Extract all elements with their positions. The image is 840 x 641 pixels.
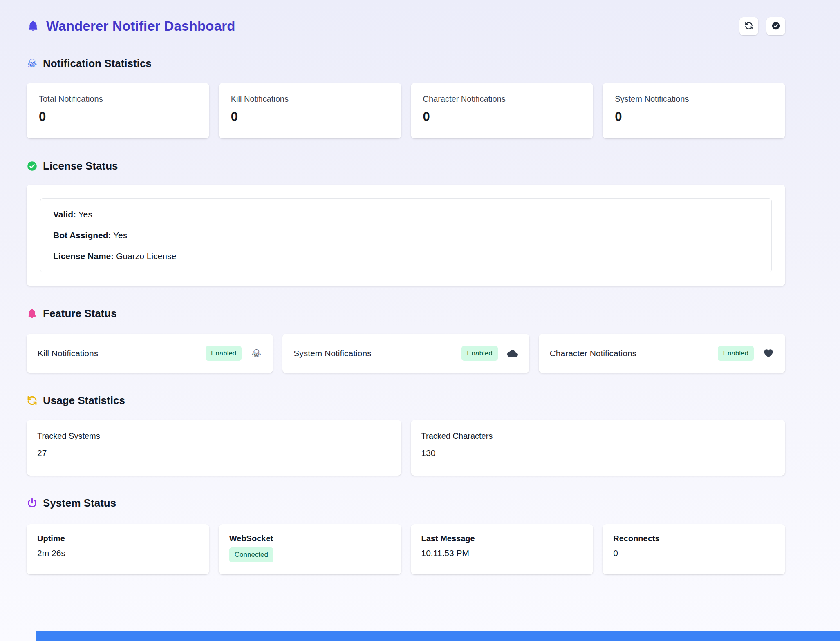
header-left: Wanderer Notifier Dashboard bbox=[27, 18, 235, 34]
sys-card-last-message: Last Message 10:11:53 PM bbox=[411, 524, 594, 574]
check-circle-green-icon bbox=[27, 161, 38, 172]
stat-card-kill-notifications: Kill Notifications 0 bbox=[219, 83, 401, 138]
page-title: Wanderer Notifier Dashboard bbox=[46, 18, 235, 34]
license-details: Valid: Yes Bot Assigned: Yes License Nam… bbox=[40, 198, 772, 272]
license-name-label: License Name: bbox=[53, 251, 114, 261]
cloud-icon bbox=[507, 348, 518, 359]
section-title: Usage Statistics bbox=[43, 394, 125, 407]
license-name-value: Guarzo License bbox=[116, 251, 176, 261]
stat-card-total-notifications: Total Notifications 0 bbox=[27, 83, 209, 138]
license-bot-line: Bot Assigned: Yes bbox=[53, 230, 759, 240]
status-badge: Enabled bbox=[718, 346, 754, 361]
section-title: Notification Statistics bbox=[43, 57, 152, 70]
stat-card-system-notifications: System Notifications 0 bbox=[603, 83, 785, 138]
usage-card-tracked-systems: Tracked Systems 27 bbox=[27, 420, 401, 476]
header-buttons bbox=[739, 17, 785, 35]
bottom-bar bbox=[36, 631, 840, 641]
sys-label: Uptime bbox=[37, 534, 199, 543]
stat-value: 0 bbox=[423, 109, 581, 124]
skull-crossbones-icon: ☠ bbox=[27, 58, 38, 69]
feature-card-system-notifications: System Notifications Enabled bbox=[282, 334, 529, 373]
section-usage-statistics: Usage Statistics bbox=[27, 394, 785, 407]
notification-stats-cards: Total Notifications 0 Kill Notifications… bbox=[27, 83, 785, 138]
section-notification-statistics: ☠ Notification Statistics bbox=[27, 57, 785, 70]
header: Wanderer Notifier Dashboard bbox=[27, 15, 785, 38]
section-title: Feature Status bbox=[43, 307, 117, 320]
sys-value: 0 bbox=[613, 548, 775, 558]
usage-label: Tracked Systems bbox=[37, 431, 391, 441]
sys-card-websocket: WebSocket Connected bbox=[219, 524, 401, 574]
check-circle-icon bbox=[771, 21, 780, 31]
stat-value: 0 bbox=[39, 109, 197, 124]
sys-label: WebSocket bbox=[229, 534, 391, 543]
sync-icon bbox=[27, 395, 38, 406]
license-name-line: License Name: Guarzo License bbox=[53, 251, 759, 261]
heart-icon bbox=[763, 348, 774, 359]
sys-label: Last Message bbox=[421, 534, 583, 543]
stat-card-character-notifications: Character Notifications 0 bbox=[411, 83, 594, 138]
status-badge: Enabled bbox=[461, 346, 497, 361]
feature-status-cards: Kill Notifications Enabled ☠ System Noti… bbox=[27, 334, 785, 373]
section-title: System Status bbox=[43, 497, 116, 509]
license-valid-value: Yes bbox=[78, 210, 92, 219]
sys-value: 2m 26s bbox=[37, 548, 199, 558]
license-bot-label: Bot Assigned: bbox=[53, 230, 111, 240]
dashboard-page: Wanderer Notifier Dashboard bbox=[27, 0, 785, 574]
refresh-icon bbox=[744, 21, 753, 31]
stat-label: Character Notifications bbox=[423, 94, 581, 104]
sys-card-reconnects: Reconnects 0 bbox=[603, 524, 785, 574]
bell-icon bbox=[27, 20, 40, 33]
system-status-cards: Uptime 2m 26s WebSocket Connected Last M… bbox=[27, 524, 785, 574]
usage-label: Tracked Characters bbox=[421, 431, 775, 441]
section-license-status: License Status bbox=[27, 160, 785, 172]
bell-pink-icon bbox=[27, 308, 38, 319]
status-badge: Enabled bbox=[206, 346, 242, 361]
section-feature-status: Feature Status bbox=[27, 307, 785, 320]
license-valid-label: Valid: bbox=[53, 210, 76, 219]
feature-card-character-notifications: Character Notifications Enabled bbox=[539, 334, 785, 373]
stat-label: Kill Notifications bbox=[231, 94, 389, 104]
stat-value: 0 bbox=[231, 109, 389, 124]
license-card: Valid: Yes Bot Assigned: Yes License Nam… bbox=[27, 185, 785, 286]
websocket-status: Connected bbox=[229, 547, 391, 562]
usage-value: 27 bbox=[37, 448, 391, 458]
section-title: License Status bbox=[43, 160, 118, 172]
license-bot-value: Yes bbox=[113, 230, 127, 240]
feature-label: Kill Notifications bbox=[38, 348, 206, 358]
license-valid-line: Valid: Yes bbox=[53, 210, 759, 219]
usage-card-tracked-characters: Tracked Characters 130 bbox=[411, 420, 786, 476]
usage-stats-cards: Tracked Systems 27 Tracked Characters 13… bbox=[27, 420, 785, 476]
stat-label: Total Notifications bbox=[39, 94, 197, 104]
refresh-button[interactable] bbox=[739, 17, 758, 35]
check-button[interactable] bbox=[766, 17, 785, 35]
sys-label: Reconnects bbox=[613, 534, 775, 543]
sys-card-uptime: Uptime 2m 26s bbox=[27, 524, 209, 574]
section-system-status: System Status bbox=[27, 497, 785, 509]
feature-label: Character Notifications bbox=[550, 348, 718, 358]
stat-value: 0 bbox=[615, 109, 773, 124]
power-icon bbox=[27, 498, 38, 509]
sys-value: 10:11:53 PM bbox=[421, 548, 583, 558]
stat-label: System Notifications bbox=[615, 94, 773, 104]
connected-badge: Connected bbox=[229, 547, 273, 562]
skull-icon: ☠ bbox=[251, 348, 262, 359]
usage-value: 130 bbox=[421, 448, 775, 458]
feature-label: System Notifications bbox=[293, 348, 461, 358]
feature-card-kill-notifications: Kill Notifications Enabled ☠ bbox=[27, 334, 273, 373]
